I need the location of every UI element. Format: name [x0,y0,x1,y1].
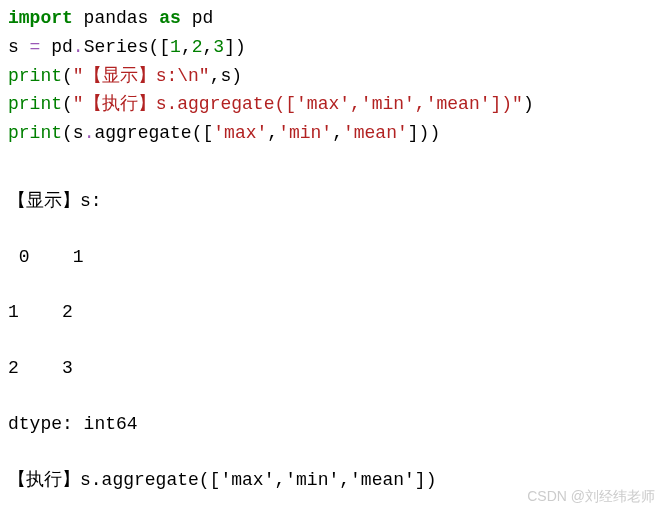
comma: , [203,37,214,57]
code-line-1: import pandas as pd [8,4,659,33]
str-min: 'min' [278,123,332,143]
lparen: ( [62,123,73,143]
alias-name: pd [181,8,213,28]
code-line-3: print("【显示】s:\n",s) [8,62,659,91]
print-fn: print [8,94,62,114]
rbracket: ] [408,123,419,143]
output-line: 【显示】s: [8,188,659,216]
lparen: ( [62,66,73,86]
output-line: 2 3 [8,355,659,383]
output-block: 【显示】s: 0 1 1 2 2 3 dtype: int64 【执行】s.ag… [8,160,659,515]
rparen: ) [429,123,440,143]
comma: , [267,123,278,143]
print-fn: print [8,66,62,86]
lbracket: [ [202,123,213,143]
method-series: Series [84,37,149,57]
num-3: 3 [213,37,224,57]
str-mean: 'mean' [343,123,408,143]
comma: , [181,37,192,57]
lparen: ( [62,94,73,114]
lparen: ( [148,37,159,57]
output-line: 1 2 [8,299,659,327]
rparen: ) [235,37,246,57]
code-block: import pandas as pd s = pd.Series([1,2,3… [8,4,659,148]
dot: . [73,37,84,57]
code-line-2: s = pd.Series([1,2,3]) [8,33,659,62]
rparen: ) [523,94,534,114]
keyword-import: import [8,8,73,28]
string-literal: "【显示】s:\n" [73,66,210,86]
code-line-4: print("【执行】s.aggregate(['max','min','mea… [8,90,659,119]
num-1: 1 [170,37,181,57]
output-line: dtype: int64 [8,411,659,439]
watermark: CSDN @刘经纬老师 [527,485,655,507]
code-line-5: print(s.aggregate(['max','min','mean'])) [8,119,659,148]
module-name: pandas [73,8,159,28]
keyword-as: as [159,8,181,28]
str-max: 'max' [213,123,267,143]
rparen: ) [231,66,242,86]
print-fn: print [8,123,62,143]
comma: , [210,66,221,86]
rparen2: ) [419,123,430,143]
dot: . [84,123,95,143]
lbracket: [ [159,37,170,57]
num-2: 2 [192,37,203,57]
var-s: s [220,66,231,86]
output-line: 0 1 [8,244,659,272]
var-s: s [73,123,84,143]
string-literal: "【执行】s.aggregate(['max','min','mean'])" [73,94,523,114]
comma: , [332,123,343,143]
operator-assign: = [30,37,41,57]
rbracket: ] [224,37,235,57]
pd-ref: pd [40,37,72,57]
method-aggregate: aggregate [94,123,191,143]
lparen2: ( [192,123,203,143]
variable: s [8,37,30,57]
